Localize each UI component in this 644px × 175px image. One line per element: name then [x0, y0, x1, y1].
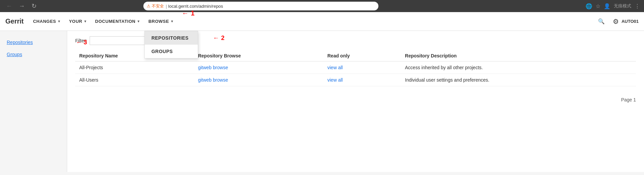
gerrit-logo: Gerrit: [5, 17, 24, 25]
nav-your[interactable]: YOUR ▼: [65, 12, 91, 31]
sidebar-groups-link[interactable]: Groups: [7, 52, 22, 57]
sidebar-item-repositories[interactable]: Repositories ← 3: [0, 36, 67, 48]
page-row: Page 1: [67, 92, 644, 108]
table-row: All-Projects gitweb browse view all Acce…: [75, 61, 636, 74]
search-area: 🔍: [595, 15, 607, 27]
browser-right-icons: 🌐 ☆ 👤 无痕模式 ⋮: [586, 3, 640, 9]
nav-changes-arrow: ▼: [57, 19, 61, 23]
incognito-label: 无痕模式: [614, 3, 631, 9]
browse-link-all-users[interactable]: browse: [213, 77, 228, 83]
dropdown-groups[interactable]: Groups: [145, 45, 198, 58]
nav-browse-label: BROWSE: [148, 19, 169, 24]
sidebar-item-groups[interactable]: Groups: [0, 48, 67, 60]
reload-button[interactable]: ↻: [30, 2, 39, 10]
user-label: AUTO01: [622, 19, 639, 24]
main-layout: Repositories ← 3 Groups Filter: Reposito…: [0, 31, 644, 172]
browser-chrome: ← → ↻ ⚠ 不安全 | local.gerrit.com/admin/rep…: [0, 0, 644, 12]
col-repo-browse: Repository Browse: [194, 50, 323, 61]
repo-browse-all-projects: gitweb browse: [194, 61, 323, 74]
translate-icon[interactable]: 🌐: [586, 3, 592, 9]
filter-label: Filter:: [75, 38, 87, 43]
nav-documentation[interactable]: DOCUMENTATION ▼: [91, 12, 144, 31]
browse-link-all-projects[interactable]: browse: [213, 65, 228, 70]
view-all-link-all-users[interactable]: view all: [327, 77, 343, 83]
menu-icon[interactable]: ⋮: [635, 3, 640, 9]
dropdown-repositories-label: Repositories: [151, 35, 189, 41]
repo-name-all-users: All-Users: [75, 74, 194, 86]
nav-documentation-label: DOCUMENTATION: [95, 19, 135, 24]
nav-browse[interactable]: BROWSE ▼ ← 1 Repositories ← 2 Groups: [144, 12, 178, 31]
read-only-all-projects: view all: [323, 61, 401, 74]
user-icon[interactable]: 👤: [604, 3, 610, 9]
search-icon[interactable]: 🔍: [595, 15, 607, 27]
repo-browse-all-users: gitweb browse: [194, 74, 323, 86]
page-label: Page 1: [621, 97, 636, 102]
nav-browse-arrow: ▼: [170, 19, 174, 23]
repo-name-all-projects: All-Projects: [75, 61, 194, 74]
gear-icon[interactable]: ⚙: [613, 17, 619, 26]
gitweb-link-all-projects[interactable]: gitweb: [198, 65, 212, 70]
forward-button[interactable]: →: [17, 2, 27, 10]
nav-changes-label: CHANGES: [33, 19, 56, 24]
nav-changes[interactable]: CHANGES ▼: [29, 12, 65, 31]
desc-all-projects: Access inherited by all other projects.: [401, 61, 636, 74]
col-repo-desc: Repository Description: [401, 50, 636, 61]
bookmark-icon[interactable]: ☆: [596, 3, 600, 9]
url-text: local.gerrit.com/admin/repos: [168, 4, 223, 9]
view-all-link-all-projects[interactable]: view all: [327, 65, 343, 70]
address-bar[interactable]: ⚠ 不安全 | local.gerrit.com/admin/repos: [143, 2, 378, 10]
gitweb-link-all-users[interactable]: gitweb: [198, 77, 212, 83]
insecure-label: ⚠ 不安全: [147, 3, 164, 9]
dropdown-repositories[interactable]: Repositories ← 2: [145, 31, 198, 45]
nav-your-arrow: ▼: [84, 19, 87, 23]
back-button[interactable]: ←: [4, 2, 14, 10]
sidebar: Repositories ← 3 Groups: [0, 31, 67, 172]
nav-your-label: YOUR: [69, 19, 82, 24]
desc-all-users: Individual user settings and preferences…: [401, 74, 636, 86]
read-only-all-users: view all: [323, 74, 401, 86]
nav-documentation-arrow: ▼: [137, 19, 140, 23]
browse-dropdown: Repositories ← 2 Groups: [144, 31, 198, 58]
table-row: All-Users gitweb browse view all Individ…: [75, 74, 636, 86]
gerrit-header: Gerrit CHANGES ▼ YOUR ▼ DOCUMENTATION ▼ …: [0, 12, 644, 31]
sidebar-repositories-link[interactable]: Repositories: [7, 40, 33, 45]
col-read-only: Read only: [323, 50, 401, 61]
settings-area: ⚙ AUTO01: [613, 17, 639, 26]
dropdown-groups-label: Groups: [151, 49, 173, 54]
